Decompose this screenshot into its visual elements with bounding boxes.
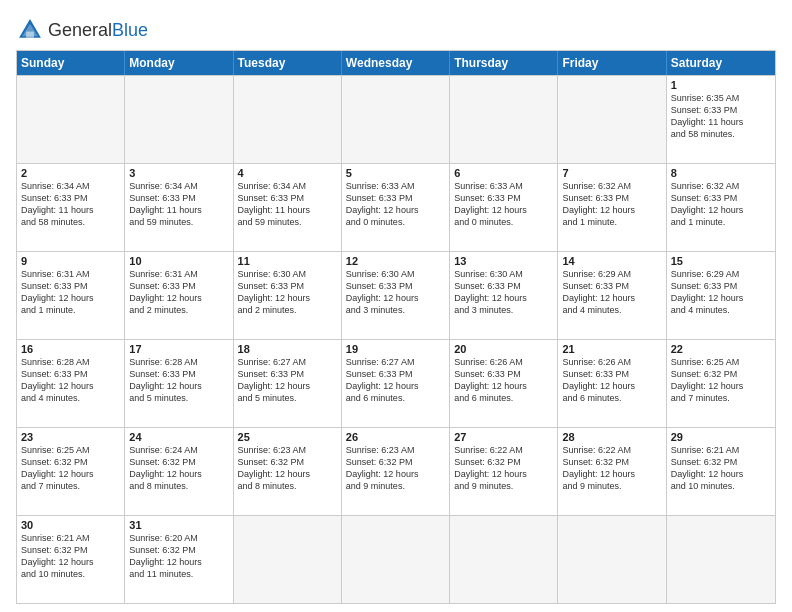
day-info: Sunrise: 6:25 AM Sunset: 6:32 PM Dayligh… xyxy=(21,444,120,493)
day-info: Sunrise: 6:34 AM Sunset: 6:33 PM Dayligh… xyxy=(21,180,120,229)
calendar-cell xyxy=(667,516,775,603)
day-info: Sunrise: 6:31 AM Sunset: 6:33 PM Dayligh… xyxy=(21,268,120,317)
calendar-cell: 12Sunrise: 6:30 AM Sunset: 6:33 PM Dayli… xyxy=(342,252,450,339)
header: GeneralBlue xyxy=(16,16,776,44)
day-info: Sunrise: 6:22 AM Sunset: 6:32 PM Dayligh… xyxy=(454,444,553,493)
calendar-row-1: 2Sunrise: 6:34 AM Sunset: 6:33 PM Daylig… xyxy=(17,163,775,251)
calendar-cell: 18Sunrise: 6:27 AM Sunset: 6:33 PM Dayli… xyxy=(234,340,342,427)
day-number: 19 xyxy=(346,343,445,355)
day-number: 23 xyxy=(21,431,120,443)
calendar-cell: 6Sunrise: 6:33 AM Sunset: 6:33 PM Daylig… xyxy=(450,164,558,251)
calendar-cell: 19Sunrise: 6:27 AM Sunset: 6:33 PM Dayli… xyxy=(342,340,450,427)
day-number: 16 xyxy=(21,343,120,355)
calendar-cell xyxy=(17,76,125,163)
day-number: 9 xyxy=(21,255,120,267)
calendar-cell: 3Sunrise: 6:34 AM Sunset: 6:33 PM Daylig… xyxy=(125,164,233,251)
calendar-cell xyxy=(450,76,558,163)
day-of-week-thursday: Thursday xyxy=(450,51,558,75)
svg-rect-2 xyxy=(26,32,34,38)
calendar-cell: 5Sunrise: 6:33 AM Sunset: 6:33 PM Daylig… xyxy=(342,164,450,251)
day-number: 2 xyxy=(21,167,120,179)
calendar-row-0: 1Sunrise: 6:35 AM Sunset: 6:33 PM Daylig… xyxy=(17,75,775,163)
day-info: Sunrise: 6:26 AM Sunset: 6:33 PM Dayligh… xyxy=(454,356,553,405)
calendar-cell: 27Sunrise: 6:22 AM Sunset: 6:32 PM Dayli… xyxy=(450,428,558,515)
day-of-week-tuesday: Tuesday xyxy=(234,51,342,75)
calendar-cell: 23Sunrise: 6:25 AM Sunset: 6:32 PM Dayli… xyxy=(17,428,125,515)
calendar-cell: 25Sunrise: 6:23 AM Sunset: 6:32 PM Dayli… xyxy=(234,428,342,515)
day-info: Sunrise: 6:30 AM Sunset: 6:33 PM Dayligh… xyxy=(454,268,553,317)
day-info: Sunrise: 6:28 AM Sunset: 6:33 PM Dayligh… xyxy=(21,356,120,405)
day-number: 18 xyxy=(238,343,337,355)
day-number: 25 xyxy=(238,431,337,443)
calendar-cell: 30Sunrise: 6:21 AM Sunset: 6:32 PM Dayli… xyxy=(17,516,125,603)
page: GeneralBlue SundayMondayTuesdayWednesday… xyxy=(0,0,792,612)
day-info: Sunrise: 6:34 AM Sunset: 6:33 PM Dayligh… xyxy=(129,180,228,229)
day-number: 6 xyxy=(454,167,553,179)
day-number: 29 xyxy=(671,431,771,443)
day-number: 17 xyxy=(129,343,228,355)
calendar-cell xyxy=(342,516,450,603)
day-info: Sunrise: 6:28 AM Sunset: 6:33 PM Dayligh… xyxy=(129,356,228,405)
day-info: Sunrise: 6:23 AM Sunset: 6:32 PM Dayligh… xyxy=(346,444,445,493)
day-info: Sunrise: 6:34 AM Sunset: 6:33 PM Dayligh… xyxy=(238,180,337,229)
day-of-week-saturday: Saturday xyxy=(667,51,775,75)
day-info: Sunrise: 6:23 AM Sunset: 6:32 PM Dayligh… xyxy=(238,444,337,493)
calendar-cell xyxy=(450,516,558,603)
day-info: Sunrise: 6:33 AM Sunset: 6:33 PM Dayligh… xyxy=(454,180,553,229)
logo: GeneralBlue xyxy=(16,16,148,44)
calendar-cell: 2Sunrise: 6:34 AM Sunset: 6:33 PM Daylig… xyxy=(17,164,125,251)
calendar-cell: 21Sunrise: 6:26 AM Sunset: 6:33 PM Dayli… xyxy=(558,340,666,427)
calendar-cell: 22Sunrise: 6:25 AM Sunset: 6:32 PM Dayli… xyxy=(667,340,775,427)
day-info: Sunrise: 6:35 AM Sunset: 6:33 PM Dayligh… xyxy=(671,92,771,141)
day-info: Sunrise: 6:30 AM Sunset: 6:33 PM Dayligh… xyxy=(346,268,445,317)
logo-general: GeneralBlue xyxy=(48,20,148,40)
calendar-cell xyxy=(234,516,342,603)
day-info: Sunrise: 6:31 AM Sunset: 6:33 PM Dayligh… xyxy=(129,268,228,317)
calendar-cell: 29Sunrise: 6:21 AM Sunset: 6:32 PM Dayli… xyxy=(667,428,775,515)
day-number: 11 xyxy=(238,255,337,267)
day-number: 8 xyxy=(671,167,771,179)
day-info: Sunrise: 6:29 AM Sunset: 6:33 PM Dayligh… xyxy=(562,268,661,317)
day-info: Sunrise: 6:32 AM Sunset: 6:33 PM Dayligh… xyxy=(562,180,661,229)
day-number: 1 xyxy=(671,79,771,91)
day-info: Sunrise: 6:21 AM Sunset: 6:32 PM Dayligh… xyxy=(671,444,771,493)
day-number: 3 xyxy=(129,167,228,179)
day-number: 26 xyxy=(346,431,445,443)
day-number: 4 xyxy=(238,167,337,179)
calendar-cell: 4Sunrise: 6:34 AM Sunset: 6:33 PM Daylig… xyxy=(234,164,342,251)
day-number: 12 xyxy=(346,255,445,267)
day-number: 28 xyxy=(562,431,661,443)
day-number: 13 xyxy=(454,255,553,267)
calendar-cell: 8Sunrise: 6:32 AM Sunset: 6:33 PM Daylig… xyxy=(667,164,775,251)
day-info: Sunrise: 6:21 AM Sunset: 6:32 PM Dayligh… xyxy=(21,532,120,581)
day-info: Sunrise: 6:29 AM Sunset: 6:33 PM Dayligh… xyxy=(671,268,771,317)
day-number: 21 xyxy=(562,343,661,355)
day-info: Sunrise: 6:30 AM Sunset: 6:33 PM Dayligh… xyxy=(238,268,337,317)
day-number: 14 xyxy=(562,255,661,267)
calendar-cell xyxy=(558,76,666,163)
day-info: Sunrise: 6:25 AM Sunset: 6:32 PM Dayligh… xyxy=(671,356,771,405)
logo-text: GeneralBlue xyxy=(48,21,148,40)
calendar-row-5: 30Sunrise: 6:21 AM Sunset: 6:32 PM Dayli… xyxy=(17,515,775,603)
calendar-row-3: 16Sunrise: 6:28 AM Sunset: 6:33 PM Dayli… xyxy=(17,339,775,427)
day-info: Sunrise: 6:26 AM Sunset: 6:33 PM Dayligh… xyxy=(562,356,661,405)
day-number: 7 xyxy=(562,167,661,179)
logo-icon xyxy=(16,16,44,44)
day-number: 15 xyxy=(671,255,771,267)
day-number: 30 xyxy=(21,519,120,531)
calendar-cell xyxy=(234,76,342,163)
calendar-cell: 31Sunrise: 6:20 AM Sunset: 6:32 PM Dayli… xyxy=(125,516,233,603)
calendar-cell: 11Sunrise: 6:30 AM Sunset: 6:33 PM Dayli… xyxy=(234,252,342,339)
day-number: 5 xyxy=(346,167,445,179)
calendar-cell: 26Sunrise: 6:23 AM Sunset: 6:32 PM Dayli… xyxy=(342,428,450,515)
calendar-cell: 15Sunrise: 6:29 AM Sunset: 6:33 PM Dayli… xyxy=(667,252,775,339)
calendar-cell: 9Sunrise: 6:31 AM Sunset: 6:33 PM Daylig… xyxy=(17,252,125,339)
day-info: Sunrise: 6:33 AM Sunset: 6:33 PM Dayligh… xyxy=(346,180,445,229)
calendar-cell: 24Sunrise: 6:24 AM Sunset: 6:32 PM Dayli… xyxy=(125,428,233,515)
calendar-cell: 16Sunrise: 6:28 AM Sunset: 6:33 PM Dayli… xyxy=(17,340,125,427)
calendar-row-2: 9Sunrise: 6:31 AM Sunset: 6:33 PM Daylig… xyxy=(17,251,775,339)
day-info: Sunrise: 6:20 AM Sunset: 6:32 PM Dayligh… xyxy=(129,532,228,581)
calendar-cell: 13Sunrise: 6:30 AM Sunset: 6:33 PM Dayli… xyxy=(450,252,558,339)
calendar-cell xyxy=(342,76,450,163)
calendar-cell xyxy=(125,76,233,163)
